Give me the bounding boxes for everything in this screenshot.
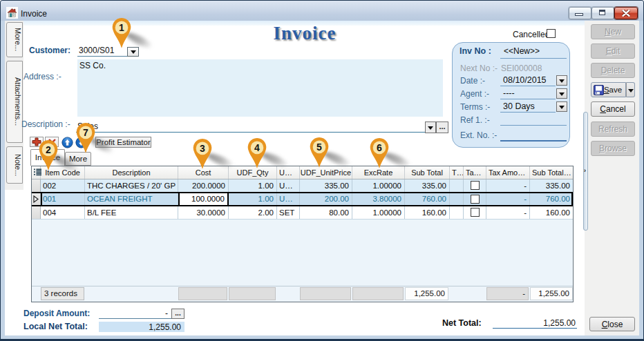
- svg-text:3: 3: [200, 143, 205, 154]
- svg-text:6: 6: [377, 142, 382, 153]
- svg-text:1: 1: [119, 22, 124, 33]
- svg-text:2: 2: [46, 144, 51, 155]
- svg-text:5: 5: [316, 142, 322, 153]
- svg-text:7: 7: [83, 127, 88, 138]
- svg-text:4: 4: [254, 142, 260, 153]
